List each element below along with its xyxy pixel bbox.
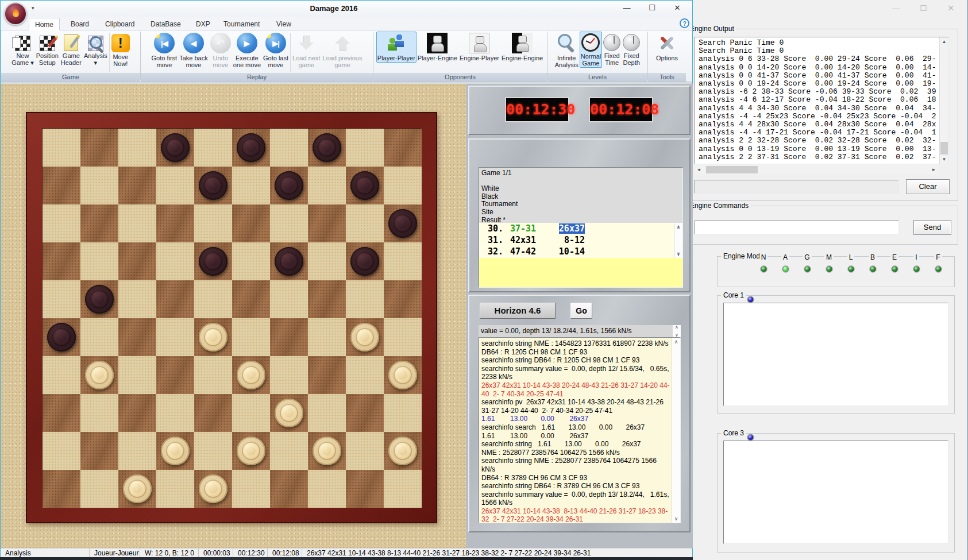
player-engine-button[interactable]: Player-Engine — [416, 32, 458, 63]
board-square[interactable] — [80, 167, 118, 204]
board-square[interactable] — [80, 356, 118, 394]
board-square[interactable] — [156, 356, 194, 394]
board-square[interactable] — [308, 129, 346, 167]
board-square[interactable] — [118, 204, 156, 242]
scroll-down-icon[interactable]: ▼ — [940, 155, 948, 164]
engine-output-hscrollbar[interactable]: ◄ ► — [695, 165, 938, 174]
back-close-button[interactable]: ✕ — [939, 3, 962, 17]
engine-output-input[interactable] — [695, 180, 899, 194]
board-square[interactable] — [384, 394, 422, 432]
board-square[interactable] — [384, 167, 422, 204]
board-square[interactable] — [232, 204, 270, 242]
board-square[interactable] — [308, 280, 346, 318]
checker-piece-light[interactable] — [199, 474, 227, 503]
board-square[interactable] — [80, 318, 118, 356]
analysis-button[interactable]: Analysis▾ — [83, 32, 109, 67]
checker-piece-light[interactable] — [313, 437, 341, 465]
board-square[interactable] — [270, 394, 308, 432]
board-square[interactable] — [270, 280, 308, 318]
board-square[interactable] — [43, 280, 80, 318]
board-square[interactable] — [194, 318, 232, 356]
send-button[interactable]: Send — [913, 220, 951, 235]
board-square[interactable] — [346, 167, 384, 204]
board-square[interactable] — [384, 470, 422, 508]
normal-game-button[interactable]: NormalGame — [580, 32, 602, 68]
moves-list[interactable]: 30.37-3126x3731.42x318-1232.47-4210-14 ∧… — [479, 223, 682, 258]
board-square[interactable] — [43, 318, 80, 356]
fixed-time-button[interactable]: FixedTime — [602, 32, 622, 67]
goto-last-button[interactable]: Goto lastmove — [262, 32, 290, 69]
checker-piece-dark[interactable] — [275, 171, 303, 200]
board-square[interactable] — [308, 394, 346, 432]
board-square[interactable] — [232, 280, 270, 318]
checker-piece-dark[interactable] — [350, 171, 379, 200]
board-square[interactable] — [308, 204, 346, 242]
checker-piece-dark[interactable] — [199, 171, 227, 200]
tab-tournament[interactable]: Tournament — [218, 18, 265, 30]
board-square[interactable] — [270, 204, 308, 242]
board-square[interactable] — [232, 470, 270, 508]
tab-database[interactable]: DataBase — [145, 18, 187, 30]
board-square[interactable] — [232, 242, 270, 280]
board-square[interactable] — [308, 167, 346, 204]
board-square[interactable] — [346, 356, 384, 394]
clear-button[interactable]: Clear — [906, 179, 950, 194]
checker-piece-dark[interactable] — [199, 247, 227, 276]
board-square[interactable] — [346, 432, 384, 470]
board-square[interactable] — [194, 204, 232, 242]
board-square[interactable] — [156, 432, 194, 470]
board-square[interactable] — [270, 470, 308, 508]
board-square[interactable] — [156, 129, 194, 167]
help-icon[interactable]: ? — [680, 18, 689, 28]
board-square[interactable] — [232, 167, 270, 204]
board-square[interactable] — [232, 394, 270, 432]
maximize-button[interactable]: ☐ — [639, 1, 665, 17]
checker-piece-dark[interactable] — [85, 285, 114, 314]
tab-clipboard[interactable]: Clipboard — [99, 18, 140, 30]
board-square[interactable] — [156, 242, 194, 280]
scroll-down-icon[interactable]: ∨ — [674, 251, 682, 257]
scrollbar-thumb[interactable] — [940, 142, 948, 155]
scrollbar-thumb[interactable] — [706, 166, 758, 173]
checker-piece-dark[interactable] — [47, 323, 76, 352]
board-square[interactable] — [270, 432, 308, 470]
engine-analysis-scrollbar[interactable]: ∧ ∨ — [672, 338, 680, 523]
move-row[interactable]: 30.37-3126x37 — [479, 223, 682, 234]
board-square[interactable] — [118, 394, 156, 432]
board-square[interactable] — [232, 432, 270, 470]
board-square[interactable] — [270, 242, 308, 280]
checker-piece-dark[interactable] — [313, 133, 341, 162]
checker-piece-dark[interactable] — [350, 247, 379, 276]
moves-scrollbar[interactable]: ∧ ∨ — [674, 223, 682, 258]
board-square[interactable] — [194, 242, 232, 280]
checker-piece-light[interactable] — [123, 474, 152, 503]
board-square[interactable] — [80, 470, 118, 508]
move-white[interactable]: 42x31 — [510, 234, 547, 246]
execute-button[interactable]: Executeone move — [232, 32, 262, 69]
board-square[interactable] — [118, 470, 156, 508]
board-square[interactable] — [308, 242, 346, 280]
checker-piece-light[interactable] — [388, 361, 417, 389]
checker-piece-light[interactable] — [275, 399, 303, 427]
board-square[interactable] — [270, 129, 308, 167]
board-square[interactable] — [118, 242, 156, 280]
board-square[interactable] — [346, 394, 384, 432]
board-square[interactable] — [80, 394, 118, 432]
take-back-button[interactable]: Take backmove — [178, 32, 209, 69]
board-square[interactable] — [346, 129, 384, 167]
board-square[interactable] — [384, 356, 422, 394]
options-button[interactable]: Options — [655, 32, 679, 63]
board-square[interactable] — [118, 129, 156, 167]
engine-engine-button[interactable]: Engine-Engine — [500, 32, 544, 63]
core1-textbox[interactable] — [723, 303, 948, 406]
quick-access-arrow-icon[interactable]: ▾ — [32, 5, 34, 11]
board-square[interactable] — [43, 204, 80, 242]
fixed-depth-button[interactable]: FixedDepth — [622, 32, 641, 67]
undo-button[interactable]: Undomove — [209, 32, 232, 69]
move-now-button[interactable]: MoveNow! — [110, 32, 131, 68]
infinite-analysis-button[interactable]: InfiniteAnalysis — [554, 32, 580, 69]
board-square[interactable] — [43, 129, 80, 167]
checker-piece-dark[interactable] — [275, 247, 303, 276]
board-square[interactable] — [80, 242, 118, 280]
board-square[interactable] — [384, 280, 422, 318]
